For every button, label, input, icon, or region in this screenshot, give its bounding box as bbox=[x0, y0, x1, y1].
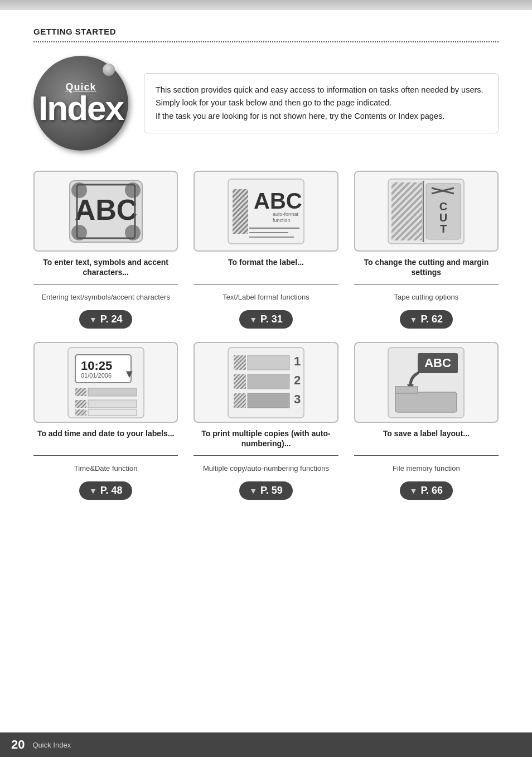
card-format-image: ABC auto-format function bbox=[194, 171, 338, 252]
svg-text:ABC: ABC bbox=[254, 189, 302, 213]
svg-rect-44 bbox=[234, 355, 246, 370]
svg-rect-18 bbox=[391, 182, 422, 240]
section-title: GETTING STARTED bbox=[33, 27, 116, 36]
svg-rect-45 bbox=[248, 355, 289, 370]
svg-text:function: function bbox=[273, 218, 291, 223]
intro-section: Quick Index This section provides quick … bbox=[33, 56, 499, 151]
svg-rect-38 bbox=[88, 400, 137, 408]
section-divider bbox=[33, 41, 499, 42]
card-text: ABC To enter text, symbols and accent ch… bbox=[33, 171, 178, 329]
card-text-subtitle: Entering text/symbols/accent characters bbox=[41, 288, 170, 306]
card-print-image: 1 2 3 bbox=[194, 342, 338, 423]
card-time-title: To add time and date to your labels... bbox=[37, 428, 175, 450]
card-save-divider bbox=[354, 455, 499, 456]
cards-grid: ABC To enter text, symbols and accent ch… bbox=[33, 171, 499, 500]
intro-description: This section provides quick and easy acc… bbox=[156, 84, 487, 123]
bottom-page-label: Quick Index bbox=[32, 741, 71, 749]
time-svg: 10:25 01/01/2006 ▼ bbox=[67, 346, 145, 419]
svg-rect-47 bbox=[234, 374, 246, 389]
svg-text:T: T bbox=[440, 223, 447, 235]
card-save-subtitle: File memory function bbox=[393, 459, 460, 477]
card-format-divider bbox=[194, 284, 338, 285]
quick-index-logo: Quick Index bbox=[33, 56, 128, 151]
section-header: GETTING STARTED bbox=[33, 27, 499, 37]
card-cut-title: To change the cutting and margin setting… bbox=[354, 257, 499, 278]
svg-text:ABC: ABC bbox=[74, 194, 137, 226]
cut-svg: C U T bbox=[387, 178, 465, 245]
card-time: 10:25 01/01/2006 ▼ bbox=[33, 342, 178, 500]
svg-text:▼: ▼ bbox=[124, 368, 135, 380]
card-cut-divider bbox=[354, 284, 499, 285]
card-save: ABC To save a label layout... File memor… bbox=[354, 342, 499, 500]
intro-text-box: This section provides quick and easy acc… bbox=[144, 73, 499, 133]
card-print-page: P. 59 bbox=[239, 481, 293, 500]
svg-rect-57 bbox=[395, 392, 457, 412]
bottom-page-number: 20 bbox=[11, 737, 25, 752]
svg-rect-48 bbox=[248, 374, 289, 389]
card-print-divider bbox=[194, 455, 338, 456]
card-time-image: 10:25 01/01/2006 ▼ bbox=[33, 342, 178, 423]
svg-text:U: U bbox=[439, 211, 447, 224]
card-cut-image: C U T bbox=[354, 171, 499, 252]
svg-rect-34 bbox=[88, 388, 137, 396]
card-cut-page: P. 62 bbox=[400, 310, 453, 329]
svg-text:10:25: 10:25 bbox=[81, 359, 112, 373]
main-content: GETTING STARTED Quick Index This section… bbox=[0, 10, 532, 522]
svg-text:C: C bbox=[439, 200, 447, 213]
card-save-image: ABC bbox=[354, 342, 499, 423]
logo-index-text: Index bbox=[38, 91, 123, 126]
svg-rect-58 bbox=[395, 387, 418, 393]
card-text-divider bbox=[33, 284, 178, 285]
card-cut-subtitle: Tape cutting options bbox=[394, 288, 459, 306]
card-text-title: To enter text, symbols and accent charac… bbox=[33, 257, 178, 278]
bottom-bar: 20 Quick Index bbox=[0, 732, 532, 757]
card-print-subtitle: Multiple copy/auto-numbering functions bbox=[203, 459, 329, 477]
svg-rect-39 bbox=[75, 409, 86, 416]
card-time-page: P. 48 bbox=[79, 481, 133, 500]
card-format-subtitle: Text/Label format functions bbox=[223, 288, 309, 306]
card-text-page: P. 24 bbox=[79, 310, 133, 329]
svg-text:2: 2 bbox=[294, 373, 301, 387]
card-format-page: P. 31 bbox=[239, 310, 293, 329]
print-svg: 1 2 3 bbox=[227, 346, 305, 419]
svg-rect-37 bbox=[75, 400, 86, 408]
format-svg: ABC auto-format function bbox=[227, 178, 305, 245]
card-format-title: To format the label... bbox=[228, 257, 304, 278]
card-print: 1 2 3 To print multiple copies (with aut… bbox=[194, 342, 338, 500]
card-time-divider bbox=[33, 455, 178, 456]
svg-rect-50 bbox=[234, 393, 246, 408]
card-format: ABC auto-format function To format the l… bbox=[194, 171, 338, 329]
svg-rect-8 bbox=[233, 189, 248, 234]
svg-text:ABC: ABC bbox=[424, 356, 451, 370]
svg-text:1: 1 bbox=[294, 354, 301, 368]
card-time-subtitle: Time&Date function bbox=[74, 459, 138, 477]
svg-text:3: 3 bbox=[294, 392, 301, 406]
svg-rect-40 bbox=[88, 409, 137, 416]
card-save-title: To save a label layout... bbox=[383, 428, 470, 450]
card-text-image: ABC bbox=[33, 171, 178, 252]
top-bar bbox=[0, 0, 532, 10]
abc-svg: ABC bbox=[67, 178, 145, 245]
save-svg: ABC bbox=[387, 346, 465, 419]
card-print-title: To print multiple copies (with auto-numb… bbox=[194, 428, 338, 450]
card-save-page: P. 66 bbox=[400, 481, 453, 500]
svg-rect-33 bbox=[75, 388, 86, 396]
card-cut: C U T To change the cutting and margin s… bbox=[354, 171, 499, 329]
svg-text:auto-format: auto-format bbox=[273, 211, 299, 217]
svg-text:01/01/2006: 01/01/2006 bbox=[81, 372, 112, 379]
svg-rect-51 bbox=[248, 393, 289, 408]
